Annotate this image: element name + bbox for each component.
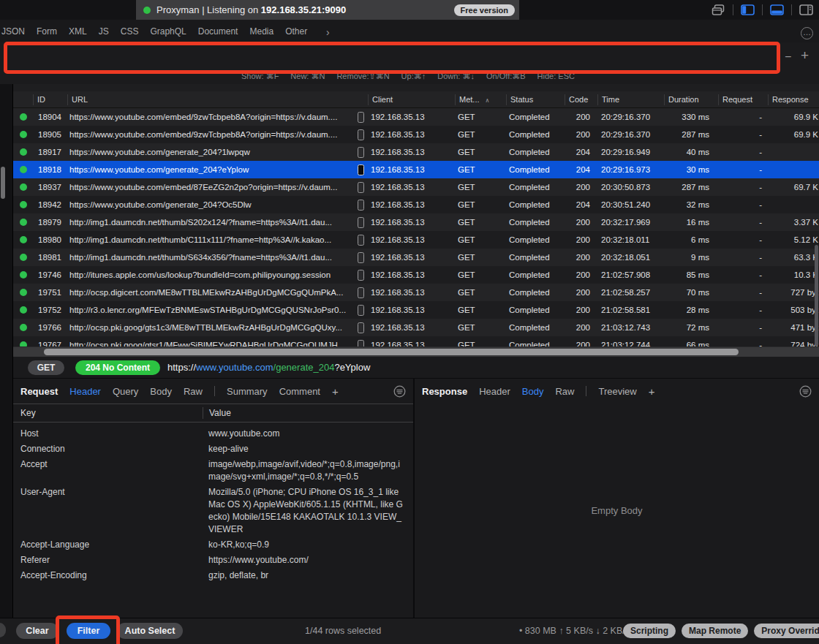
overlapping-windows-icon[interactable]: [712, 4, 725, 16]
table-row[interactable]: 18904 https://www.youtube.com/embed/9zwT…: [13, 108, 819, 126]
content-type-tab[interactable]: XML: [69, 26, 87, 37]
row-url: http://itunes.apple.com/us/lookup?bundle…: [67, 270, 353, 279]
table-row[interactable]: 18980 http://img1.daumcdn.net/thumb/C111…: [13, 231, 819, 249]
row-url: http://ocsp.pki.goog/gtsr1/MFwwSiBIMEYwR…: [67, 341, 353, 346]
header-row[interactable]: Accept image/webp,image/avif,video/*;q=0…: [20, 458, 406, 483]
row-code: 200: [565, 218, 597, 227]
iphone-device-icon: [358, 129, 364, 140]
header-row[interactable]: Host www.youtube.com: [20, 428, 406, 440]
response-tab[interactable]: Header: [479, 386, 510, 397]
table-header: ID URL Client Met...∧ Status Code Time D…: [13, 91, 819, 108]
add-response-tab-button[interactable]: +: [649, 385, 655, 398]
window-title: Proxyman | Listening on 192.168.35.21:90…: [156, 4, 346, 15]
table-row[interactable]: 19766 http://ocsp.pki.goog/gts1c3/ME8wTT…: [13, 319, 819, 336]
row-client: 192.168.35.13: [368, 148, 455, 156]
row-method: GET: [455, 130, 506, 139]
success-dot-icon: [20, 113, 27, 121]
column-header-code[interactable]: Code: [565, 94, 597, 105]
response-panel: Response HeaderBodyRaw Treeview + Empty …: [415, 379, 819, 618]
table-row[interactable]: 19752 http://r3.o.lencr.org/MFEwTzBNMEsw…: [13, 301, 819, 319]
vertical-scrollbar-thumb[interactable]: [815, 245, 818, 346]
free-version-badge[interactable]: Free version: [454, 4, 515, 16]
left-rail-scrollbar[interactable]: [1, 167, 5, 199]
column-header-method[interactable]: Met...∧: [455, 94, 506, 105]
request-tab[interactable]: Comment: [279, 386, 320, 397]
row-time: 20:32:18.051: [597, 253, 664, 262]
column-header-time[interactable]: Time: [597, 94, 664, 105]
filter-button[interactable]: Filter: [67, 623, 110, 639]
request-tab[interactable]: Summary: [227, 386, 268, 397]
content-type-tab[interactable]: Form: [37, 26, 57, 37]
content-type-tab[interactable]: JS: [99, 26, 109, 37]
row-id: 18937: [33, 183, 67, 192]
row-request-size: -: [718, 148, 768, 156]
request-tab[interactable]: Header: [69, 386, 101, 397]
remove-filter-button[interactable]: −: [785, 50, 791, 64]
request-panel-menu-icon[interactable]: [393, 385, 406, 398]
table-row[interactable]: 19746 http://itunes.apple.com/us/lookup?…: [13, 266, 819, 284]
column-header-id[interactable]: ID: [33, 94, 67, 105]
table-row[interactable]: 18905 https://www.youtube.com/embed/9zwT…: [13, 126, 819, 143]
table-row[interactable]: 18918 https://www.youtube.com/generate_2…: [13, 161, 819, 178]
row-response-size: 69.7 K: [768, 183, 819, 192]
header-row[interactable]: Accept-Encoding gzip, deflate, br: [20, 569, 406, 582]
feature-badge[interactable]: Proxy Overridden: [754, 624, 819, 638]
column-header-status[interactable]: Status: [506, 94, 565, 105]
content-type-tab[interactable]: Document: [198, 26, 238, 37]
table-row[interactable]: 19751 http://ocsp.digicert.com/ME8wTTBLM…: [13, 284, 819, 301]
left-rail: [0, 84, 13, 618]
row-url: http://img1.daumcdn.net/thumb/S634x356/?…: [67, 253, 353, 262]
row-id: 19752: [33, 306, 67, 314]
response-tab[interactable]: Raw: [555, 386, 574, 397]
content-type-tab[interactable]: CSS: [121, 26, 139, 37]
response-tab[interactable]: Body: [522, 386, 544, 397]
shortcut-hint: Show: ⌘F: [241, 72, 279, 81]
table-row[interactable]: 18942 https://www.youtube.com/generate_2…: [13, 196, 819, 213]
tab-overflow-chevron-icon[interactable]: ›: [326, 26, 330, 38]
header-row[interactable]: User-Agent Mozilla/5.0 (iPhone; CPU iPho…: [20, 486, 406, 536]
table-row[interactable]: 18917 https://www.youtube.com/generate_2…: [13, 143, 819, 161]
header-row[interactable]: Accept-Language ko-KR,ko;q=0.9: [20, 539, 406, 551]
column-header-request[interactable]: Request: [718, 94, 768, 105]
table-row[interactable]: 18979 http://img1.daumcdn.net/thumb/S202…: [13, 213, 819, 231]
content-type-tab[interactable]: Other: [285, 26, 307, 37]
table-row[interactable]: 19767 http://ocsp.pki.goog/gtsr1/MFwwSiB…: [13, 336, 819, 346]
row-method: GET: [455, 288, 506, 297]
success-dot-icon: [20, 219, 27, 226]
response-tab[interactable]: Treeview: [598, 386, 636, 397]
content-type-tab[interactable]: JSON: [1, 26, 25, 37]
request-tab[interactable]: Raw: [184, 386, 203, 397]
response-panel-menu-icon[interactable]: [799, 385, 812, 398]
shortcut-hint: Up:⌘↑: [401, 72, 426, 81]
row-device-cell: [353, 322, 368, 333]
request-tab[interactable]: Body: [150, 386, 172, 397]
column-header-duration[interactable]: Duration: [664, 94, 718, 105]
feature-badge[interactable]: Scripting: [623, 624, 676, 638]
header-value: image/webp,image/avif,video/*;q=0.8,imag…: [203, 458, 406, 483]
toggle-left-sidebar-icon[interactable]: [741, 4, 755, 15]
table-row[interactable]: 18981 http://img1.daumcdn.net/thumb/S634…: [13, 249, 819, 266]
horizontal-scrollbar-thumb[interactable]: [44, 349, 739, 355]
row-status: Completed: [506, 288, 565, 297]
header-row[interactable]: Referer https://www.youtube.com/: [20, 554, 406, 567]
content-type-tab[interactable]: Media: [249, 26, 273, 37]
row-code: 204: [565, 148, 597, 156]
add-filter-button[interactable]: +: [801, 48, 809, 64]
request-url[interactable]: https://www.youtube.com/generate_204?eYp…: [167, 362, 370, 373]
table-row[interactable]: 18937 https://www.youtube.com/embed/87Ee…: [13, 178, 819, 196]
column-header-response[interactable]: Response: [768, 94, 819, 105]
row-request-size: -: [718, 270, 768, 279]
column-header-url[interactable]: URL: [67, 94, 353, 105]
iphone-device-icon: [358, 164, 364, 175]
content-type-tab[interactable]: GraphQL: [150, 26, 186, 37]
add-request-tab-button[interactable]: +: [332, 385, 339, 398]
toggle-right-sidebar-icon[interactable]: [799, 4, 813, 15]
clear-button[interactable]: Clear: [16, 623, 58, 639]
column-header-client[interactable]: Client: [368, 94, 455, 105]
auto-select-button[interactable]: Auto Select: [117, 623, 183, 639]
header-row[interactable]: Connection keep-alive: [20, 443, 406, 455]
feature-badge[interactable]: Map Remote: [682, 624, 748, 638]
toggle-bottom-panel-icon[interactable]: [770, 4, 784, 15]
more-menu-icon[interactable]: …: [801, 27, 813, 39]
request-tab[interactable]: Query: [113, 386, 138, 397]
